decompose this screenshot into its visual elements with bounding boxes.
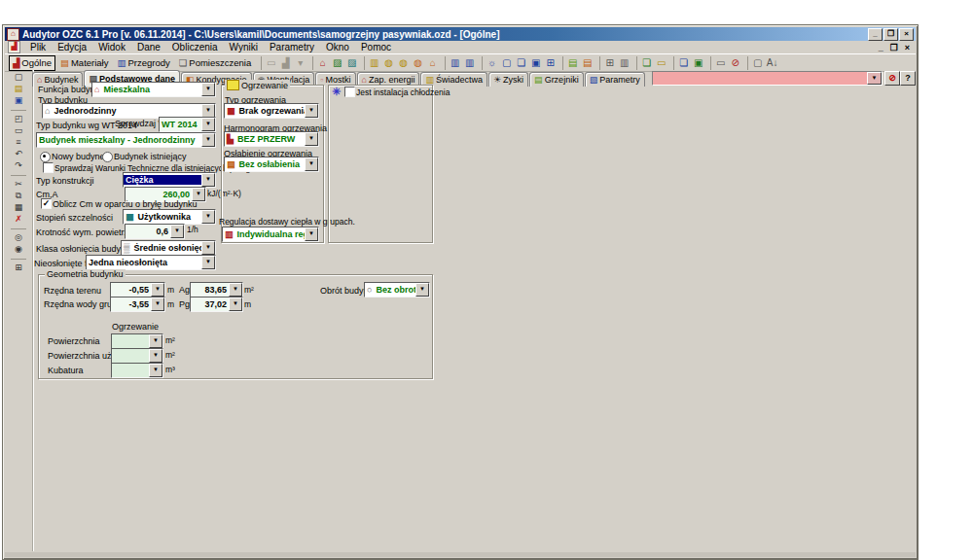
- typ-konstrukcji-value: Ciężka: [124, 175, 201, 185]
- typ-konstrukcji-label: Typ konstrukcji: [36, 176, 94, 186]
- geometria-legend-label: Geometria budynku: [47, 269, 124, 279]
- typ-budynku-value: Jednorodzinny: [52, 106, 201, 116]
- chevron-down-icon[interactable]: ▼: [149, 334, 162, 348]
- regulation-icon: ▥: [225, 229, 234, 239]
- chevron-down-icon[interactable]: ▼: [229, 298, 242, 311]
- krotnosc-n50-combo[interactable]: 0,6 ▼: [125, 224, 185, 239]
- cma-value: 260,00: [126, 190, 192, 199]
- chevron-down-icon[interactable]: ▼: [149, 349, 162, 363]
- chevron-down-icon[interactable]: ▼: [201, 118, 215, 131]
- sprawdzaj-wt-checkbox[interactable]: [43, 162, 54, 173]
- funkcja-budynku-value: Mieszkalna: [101, 85, 201, 94]
- chevron-down-icon[interactable]: ▼: [170, 225, 184, 238]
- chevron-down-icon[interactable]: ▼: [305, 104, 318, 118]
- uzytkowa-unit: m²: [165, 350, 175, 360]
- chevron-down-icon[interactable]: ▼: [201, 104, 215, 118]
- ogrzewanie-column-header: Ogrzewanie: [112, 322, 159, 332]
- harmonogram-value: BEZ PRZERW: [235, 134, 305, 144]
- klasa-oslonieta-value: Średnie osłonięcie: [131, 243, 201, 253]
- kubatura-combo[interactable]: ▼: [111, 363, 163, 378]
- chevron-down-icon[interactable]: ▼: [229, 283, 242, 297]
- typ-konstrukcji-combo[interactable]: Ciężka ▼: [123, 172, 216, 188]
- stopien-szczelnosci-combo[interactable]: ▦ Użytkownika ▼: [123, 209, 216, 225]
- nieoslonietefasady-combo[interactable]: Jedna nieosłonięta ▼: [86, 255, 216, 270]
- snowflake-icon: ✳: [332, 86, 341, 98]
- chevron-down-icon[interactable]: ▼: [305, 132, 318, 146]
- krotnosc-n50-unit: 1/h: [187, 225, 198, 234]
- oslabienie-value: Bez osłabienia: [237, 159, 305, 169]
- oblicz-cm-checkbox[interactable]: ✓: [41, 198, 52, 209]
- rzedna-wody-unit: m: [167, 299, 174, 309]
- rzedna-terenu-label: Rzędna terenu: [44, 286, 101, 296]
- rotation-icon: ○: [367, 285, 372, 295]
- regulacja-value: Indywidualna reg.: [235, 229, 305, 239]
- chevron-down-icon[interactable]: ▼: [201, 241, 215, 255]
- geometria-legend: Geometria budynku: [45, 269, 126, 279]
- window-bottom-edge: [5, 552, 916, 557]
- typ-ogrzewania-combo[interactable]: ▦ Brak ogrzewania ▼: [224, 103, 319, 119]
- ag-combo[interactable]: 83,65 ▼: [190, 282, 243, 298]
- rzedna-terenu-value: -0,55: [111, 285, 151, 295]
- app-window: ⌂ Audytor OZC 6.1 Pro [v. 06.11.2014] - …: [2, 24, 919, 560]
- rzedna-terenu-unit: m: [167, 285, 174, 295]
- harmonogram-combo[interactable]: ▙ BEZ PRZERW ▼: [224, 131, 319, 147]
- chlodzenie-label: Jest instalacja chłodzenia: [356, 88, 450, 97]
- house-icon: ⌂: [94, 85, 99, 94]
- shielding-icon: ▒: [124, 243, 129, 253]
- ogrzewanie-legend: Ogrzewanie: [225, 80, 290, 90]
- setback-icon: ▤: [227, 159, 235, 169]
- sprawdzaj-wt-combo[interactable]: WT 2014 ▼: [159, 117, 216, 132]
- klasa-oslonieta-combo[interactable]: ▒ Średnie osłonięcie ▼: [121, 240, 216, 256]
- chevron-down-icon[interactable]: ▼: [201, 256, 215, 269]
- chevron-down-icon[interactable]: ▼: [305, 158, 318, 171]
- funkcja-budynku-combo[interactable]: ⌂ Mieszkalna ▼: [91, 82, 216, 97]
- chevron-down-icon[interactable]: ▼: [305, 228, 318, 241]
- no-heating-icon: ▦: [227, 106, 235, 116]
- ag-unit: m²: [244, 285, 254, 295]
- pg-value: 37,02: [191, 299, 229, 309]
- nieoslonietefasady-value: Jedna nieosłonięta: [87, 258, 201, 267]
- krotnosc-n50-value: 0,6: [126, 227, 170, 236]
- chevron-down-icon[interactable]: ▼: [151, 298, 164, 311]
- pg-combo[interactable]: 37,02 ▼: [190, 297, 243, 312]
- chevron-down-icon[interactable]: ▼: [151, 283, 164, 297]
- budynek-istniejacy-label: Budynek istniejący: [114, 152, 187, 161]
- pg-unit: m: [244, 299, 251, 309]
- obrot-budynku-value: Bez obrotu: [374, 285, 415, 295]
- nowy-budynek-label: Nowy budynek: [52, 152, 109, 161]
- nowy-budynek-radio[interactable]: [40, 152, 51, 162]
- budynek-wt-combo[interactable]: Budynek mieszkalny - Jednorodzinny ▼: [36, 132, 216, 148]
- chevron-down-icon[interactable]: ▼: [149, 364, 162, 377]
- stopien-szczelnosci-label: Stopień szczelności: [36, 213, 113, 223]
- chevron-down-icon[interactable]: ▼: [201, 83, 215, 96]
- budynek-istniejacy-radio[interactable]: [102, 152, 113, 162]
- oblicz-cm-label: Oblicz Cm w oparciu o bryłę budynku: [53, 199, 198, 209]
- window-icon: ▦: [126, 212, 134, 222]
- sprawdzaj-wt-value: WT 2014: [160, 120, 201, 129]
- regulacja-combo[interactable]: ▥ Indywidualna reg. ▼: [222, 227, 319, 242]
- uzytkowa-combo[interactable]: ▼: [111, 348, 163, 364]
- powierzchnia-combo[interactable]: ▼: [111, 333, 163, 349]
- radiator-icon: [227, 80, 239, 90]
- oslabienie-combo[interactable]: ▤ Bez osłabienia ▼: [224, 157, 319, 172]
- kubatura-label: Kubatura: [48, 366, 84, 375]
- house-icon: ⌂: [45, 106, 50, 116]
- chevron-down-icon[interactable]: ▼: [201, 133, 215, 147]
- chlodzenie-groupbox: [328, 85, 433, 243]
- schedule-icon: ▙: [227, 134, 234, 144]
- chevron-down-icon[interactable]: ▼: [201, 173, 215, 187]
- powierzchnia-unit: m²: [165, 335, 175, 345]
- chlodzenie-checkbox[interactable]: [344, 87, 355, 97]
- chevron-down-icon[interactable]: ▼: [415, 283, 429, 297]
- budynek-wt-value: Budynek mieszkalny - Jednorodzinny: [37, 135, 201, 145]
- rzedna-terenu-combo[interactable]: -0,55 ▼: [110, 282, 165, 298]
- rzedna-wody-combo[interactable]: -3,55 ▼: [110, 297, 165, 312]
- ag-value: 83,65: [191, 285, 229, 295]
- typ-ogrzewania-value: Brak ogrzewania: [237, 106, 305, 116]
- stopien-szczelnosci-value: Użytkownika: [136, 212, 201, 222]
- pg-label: Pg: [179, 299, 190, 309]
- rzedna-wody-value: -3,55: [111, 299, 151, 309]
- chevron-down-icon[interactable]: ▼: [201, 210, 215, 224]
- obrot-budynku-combo[interactable]: ○ Bez obrotu ▼: [364, 282, 430, 298]
- powierzchnia-label: Powierzchnia: [48, 336, 100, 346]
